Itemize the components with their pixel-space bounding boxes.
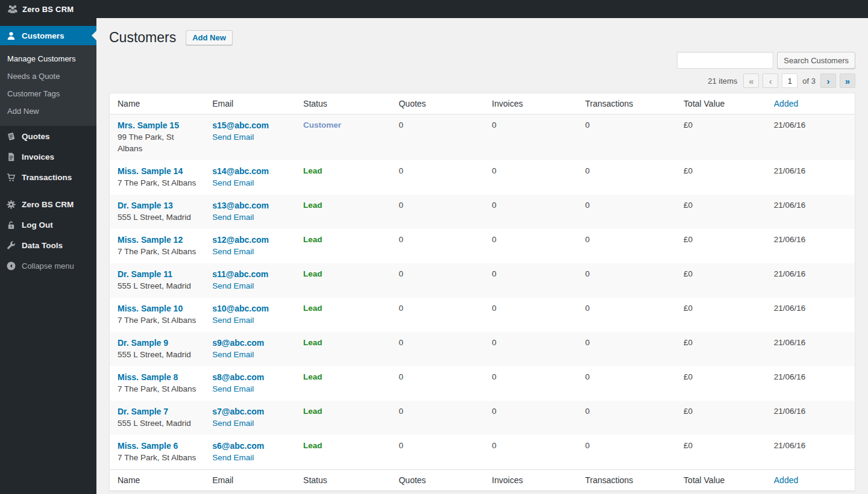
customer-email-link[interactable]: s11@abc.com (212, 269, 288, 280)
send-email-link[interactable]: Send Email (212, 211, 288, 223)
transactions-count: 0 (577, 229, 676, 263)
customer-row: Dr. Sample 11555 L Street, Madrids11@abc… (110, 263, 855, 298)
status-badge: Lead (303, 269, 322, 278)
customer-address: 7 The Park, St Albans (118, 177, 197, 189)
send-email-link[interactable]: Send Email (212, 246, 288, 257)
customer-name-link[interactable]: Dr. Sample 13 (118, 200, 197, 211)
customer-email-link[interactable]: s10@abc.com (212, 303, 288, 314)
table-footer-header-row: NameEmailStatusQuotesInvoicesTransaction… (110, 470, 855, 491)
customer-address: 7 The Park, St Albans (118, 246, 197, 257)
customer-name-link[interactable]: Dr. Sample 9 (118, 337, 197, 349)
invoices-count: 0 (484, 435, 577, 470)
invoices-count: 0 (484, 195, 577, 229)
sidebar-item-data-tools[interactable]: Data Tools (0, 235, 96, 255)
quotes-icon (0, 131, 22, 142)
first-page-button: « (743, 73, 759, 88)
added-date: 21/06/16 (766, 366, 855, 401)
unlock-icon (0, 220, 22, 230)
status-badge: Lead (303, 407, 322, 416)
admin-bar-site-title[interactable]: Zero BS CRM (22, 5, 74, 14)
admin-bar: Zero BS CRM (0, 0, 868, 18)
customer-name-link[interactable]: Miss. Sample 14 (118, 166, 197, 177)
column-header-added[interactable]: Added (766, 93, 855, 114)
status-badge: Lead (303, 166, 322, 175)
customer-address: 7 The Park, St Albans (118, 314, 197, 326)
customer-address: 99 The Park, St Albans (118, 131, 197, 154)
search-customers-button[interactable]: Search Customers (777, 52, 855, 69)
wrench-icon (0, 240, 22, 251)
table-header-row: NameEmailStatusQuotesInvoicesTransaction… (110, 93, 855, 114)
sidebar-item-zero-bs-crm-settings[interactable]: Zero BS CRM (0, 194, 96, 214)
sidebar-item-label: Quotes (22, 132, 50, 141)
quotes-count: 0 (391, 160, 484, 195)
customer-email-link[interactable]: s8@abc.com (212, 372, 288, 383)
total-value: £0 (676, 435, 766, 470)
gear-icon (0, 199, 22, 210)
customer-email-link[interactable]: s13@abc.com (212, 200, 288, 211)
customer-email-link[interactable]: s9@abc.com (212, 337, 288, 349)
sidebar-subitem-manage-customers[interactable]: Manage Customers (0, 50, 96, 67)
customer-address: 555 L Street, Madrid (118, 280, 197, 292)
sidebar-item-customers[interactable]: Customers (0, 26, 96, 45)
customer-name-link[interactable]: Miss. Sample 12 (118, 234, 197, 246)
sidebar-subitem-add-new[interactable]: Add New (0, 102, 96, 120)
total-value: £0 (676, 401, 766, 435)
customer-name-link[interactable]: Miss. Sample 6 (118, 440, 197, 452)
customer-row: Miss. Sample 127 The Park, St Albanss12@… (110, 229, 855, 263)
sidebar-item-label: Data Tools (22, 241, 63, 250)
send-email-link[interactable]: Send Email (212, 452, 288, 463)
customer-email-link[interactable]: s7@abc.com (212, 406, 288, 417)
column-header-name: Name (110, 93, 204, 114)
send-email-link[interactable]: Send Email (212, 417, 288, 429)
customer-row: Dr. Sample 7555 L Street, Madrids7@abc.c… (110, 401, 855, 435)
sidebar-item-transactions[interactable]: Transactions (0, 167, 96, 187)
customer-name-link[interactable]: Dr. Sample 7 (118, 406, 197, 417)
column-header-status: Status (295, 93, 391, 114)
send-email-link[interactable]: Send Email (212, 177, 288, 189)
customer-name-link[interactable]: Miss. Sample 10 (118, 303, 197, 314)
customer-row: Mrs. Sample 1599 The Park, St Albanss15@… (110, 114, 855, 161)
customer-name-link[interactable]: Mrs. Sample 15 (118, 120, 197, 131)
status-badge: Lead (303, 372, 322, 381)
current-page-input[interactable] (782, 73, 797, 88)
send-email-link[interactable]: Send Email (212, 280, 288, 292)
transactions-count: 0 (577, 435, 676, 470)
total-value: £0 (676, 160, 766, 195)
total-value: £0 (676, 114, 766, 161)
customer-address: 7 The Park, St Albans (118, 383, 197, 395)
person-icon (0, 31, 22, 41)
page-title: Customers (109, 28, 176, 46)
customer-name-link[interactable]: Miss. Sample 8 (118, 372, 197, 383)
status-badge: Lead (303, 441, 322, 450)
send-email-link[interactable]: Send Email (212, 349, 288, 360)
quotes-count: 0 (391, 332, 484, 366)
customers-submenu: Manage Customers Needs a Quote Customer … (0, 45, 96, 126)
transactions-icon (0, 172, 22, 183)
top-pagination: 21 items « ‹ of 3 › » (109, 73, 855, 88)
sidebar-subitem-customer-tags[interactable]: Customer Tags (0, 85, 96, 102)
next-page-button[interactable]: › (820, 73, 836, 88)
collapse-menu-button[interactable]: Collapse menu (0, 255, 96, 276)
column-header-status: Status (295, 470, 391, 491)
customer-email-link[interactable]: s15@abc.com (212, 120, 288, 131)
search-bar: Search Customers (109, 52, 855, 69)
customer-name-link[interactable]: Dr. Sample 11 (118, 269, 197, 280)
last-page-button[interactable]: » (840, 73, 855, 88)
sidebar-item-quotes[interactable]: Quotes (0, 126, 96, 146)
sidebar-item-log-out[interactable]: Log Out (0, 214, 96, 235)
column-header-email: Email (204, 93, 295, 114)
customer-row: Miss. Sample 107 The Park, St Albanss10@… (110, 298, 855, 332)
customer-email-link[interactable]: s14@abc.com (212, 166, 288, 177)
send-email-link[interactable]: Send Email (212, 131, 288, 143)
customer-address: 555 L Street, Madrid (118, 417, 197, 429)
column-header-added[interactable]: Added (766, 470, 855, 491)
sidebar-subitem-needs-a-quote[interactable]: Needs a Quote (0, 67, 96, 85)
send-email-link[interactable]: Send Email (212, 314, 288, 326)
sidebar-item-invoices[interactable]: Invoices (0, 146, 96, 167)
add-new-button[interactable]: Add New (186, 30, 233, 45)
status-badge: Lead (303, 338, 322, 347)
customer-email-link[interactable]: s12@abc.com (212, 234, 288, 246)
customer-email-link[interactable]: s6@abc.com (212, 440, 288, 452)
search-input[interactable] (677, 52, 773, 69)
send-email-link[interactable]: Send Email (212, 383, 288, 395)
